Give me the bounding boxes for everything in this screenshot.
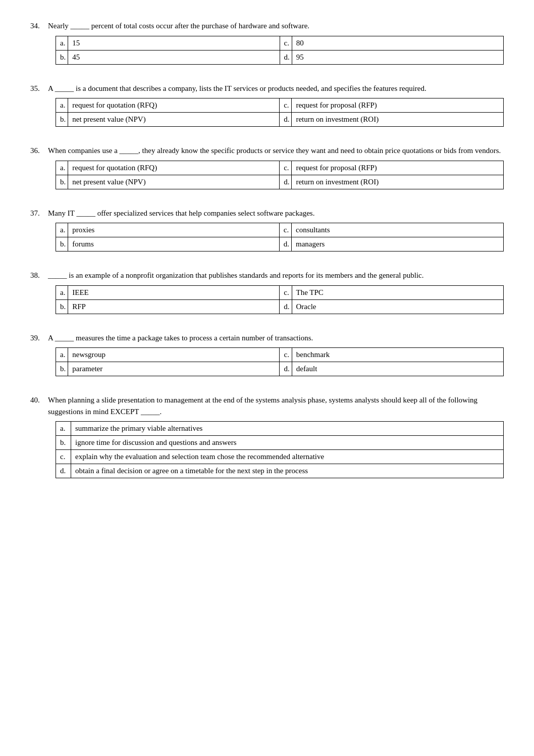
choice-text: 45 bbox=[68, 50, 280, 64]
table-row: a.IEEEc.The TPC bbox=[56, 285, 504, 299]
table-row: b.45d.95 bbox=[56, 50, 504, 64]
table-row: b.forumsd.managers bbox=[56, 237, 504, 251]
choice-text: net present value (NPV) bbox=[68, 175, 280, 189]
choice-text: forums bbox=[68, 237, 279, 251]
question-number: 35. bbox=[30, 83, 48, 94]
choice-label: a. bbox=[56, 161, 68, 175]
choice-text: 15 bbox=[68, 36, 280, 50]
table-row: b.ignore time for discussion and questio… bbox=[56, 436, 504, 450]
choice-label: c. bbox=[280, 36, 292, 50]
table-row: a.summarize the primary viable alternati… bbox=[56, 422, 504, 436]
choice-label: c. bbox=[279, 223, 291, 237]
choices-table-36: a.request for quotation (RFQ)c.request f… bbox=[56, 161, 504, 189]
choice-text: proxies bbox=[68, 223, 279, 237]
table-row: a.request for quotation (RFQ)c.request f… bbox=[56, 98, 504, 113]
choice-text: return on investment (ROI) bbox=[292, 113, 504, 127]
choice-text: default bbox=[292, 362, 503, 376]
question-number: 36. bbox=[30, 145, 48, 157]
question-body: Many IT _____ offer specialized services… bbox=[48, 208, 504, 219]
choices-table-39: a.newsgroupc.benchmarkb.parameterd.defau… bbox=[56, 347, 504, 376]
choice-text: IEEE bbox=[68, 285, 280, 299]
choice-label: b. bbox=[56, 50, 68, 64]
choice-label: d. bbox=[280, 362, 292, 376]
question-text-34: 34.Nearly _____ percent of total costs o… bbox=[30, 20, 504, 32]
choice-text: 80 bbox=[292, 36, 503, 50]
table-row: c.explain why the evaluation and selecti… bbox=[56, 450, 504, 464]
table-row: b.RFPd.Oracle bbox=[56, 299, 504, 314]
question-number: 39. bbox=[30, 332, 48, 344]
choice-label: a. bbox=[56, 36, 68, 50]
question-block-35: 35.A _____ is a document that describes … bbox=[30, 83, 504, 127]
choices-table-34: a.15c.80b.45d.95 bbox=[56, 36, 504, 65]
table-row: b.net present value (NPV)d.return on inv… bbox=[56, 113, 504, 127]
question-text-36: 36.When companies use a _____, they alre… bbox=[30, 145, 504, 157]
choice-label: b. bbox=[56, 362, 68, 376]
choice-text: ignore time for discussion and questions… bbox=[71, 436, 504, 450]
choice-text: request for quotation (RFQ) bbox=[68, 98, 280, 113]
choice-text: benchmark bbox=[292, 348, 503, 362]
question-text-40: 40.When planning a slide presentation to… bbox=[30, 394, 504, 417]
choice-label: d. bbox=[56, 464, 71, 478]
choice-text: request for proposal (RFP) bbox=[292, 98, 504, 113]
table-row: a.request for quotation (RFQ)c.request f… bbox=[56, 161, 504, 175]
question-body: A _____ is a document that describes a c… bbox=[48, 83, 504, 94]
choice-label: c. bbox=[280, 285, 292, 299]
choice-label: a. bbox=[56, 422, 71, 436]
question-body: Nearly _____ percent of total costs occu… bbox=[48, 20, 504, 32]
choice-label: d. bbox=[280, 113, 292, 127]
choices-table-40: a.summarize the primary viable alternati… bbox=[56, 421, 504, 478]
question-text-38: 38._____ is an example of a nonprofit or… bbox=[30, 270, 504, 281]
choice-text: parameter bbox=[68, 362, 280, 376]
question-block-39: 39.A _____ measures the time a package t… bbox=[30, 332, 504, 377]
choice-label: b. bbox=[56, 436, 71, 450]
choice-text: request for quotation (RFQ) bbox=[68, 161, 280, 175]
choice-label: b. bbox=[56, 113, 68, 127]
choice-text: explain why the evaluation and selection… bbox=[71, 450, 504, 464]
choice-text: consultants bbox=[291, 223, 503, 237]
choice-text: summarize the primary viable alternative… bbox=[71, 422, 504, 436]
choice-label: a. bbox=[56, 348, 68, 362]
choice-text: RFP bbox=[68, 299, 280, 314]
table-row: a.15c.80 bbox=[56, 36, 504, 50]
choice-label: c. bbox=[280, 348, 292, 362]
question-block-34: 34.Nearly _____ percent of total costs o… bbox=[30, 20, 504, 65]
table-row: a.proxiesc.consultants bbox=[56, 223, 504, 237]
choice-text: Oracle bbox=[292, 299, 503, 314]
choices-table-35: a.request for quotation (RFQ)c.request f… bbox=[56, 98, 504, 127]
choice-label: c. bbox=[56, 450, 71, 464]
question-block-40: 40.When planning a slide presentation to… bbox=[30, 394, 504, 478]
question-block-38: 38._____ is an example of a nonprofit or… bbox=[30, 270, 504, 314]
question-body: _____ is an example of a nonprofit organ… bbox=[48, 270, 504, 281]
choice-label: a. bbox=[56, 223, 68, 237]
question-text-37: 37.Many IT _____ offer specialized servi… bbox=[30, 208, 504, 219]
question-text-35: 35.A _____ is a document that describes … bbox=[30, 83, 504, 94]
choice-text: net present value (NPV) bbox=[68, 113, 280, 127]
question-number: 37. bbox=[30, 208, 48, 219]
table-row: b.parameterd.default bbox=[56, 362, 504, 376]
table-row: d.obtain a final decision or agree on a … bbox=[56, 464, 504, 478]
choice-label: b. bbox=[56, 299, 68, 314]
question-block-37: 37.Many IT _____ offer specialized servi… bbox=[30, 208, 504, 252]
choice-label: c. bbox=[280, 98, 292, 113]
choice-text: newsgroup bbox=[68, 348, 280, 362]
choice-label: d. bbox=[280, 299, 292, 314]
choice-label: b. bbox=[56, 175, 68, 189]
choice-text: 95 bbox=[292, 50, 503, 64]
choice-label: c. bbox=[280, 161, 292, 175]
choice-text: managers bbox=[291, 237, 503, 251]
question-body: When companies use a _____, they already… bbox=[48, 145, 504, 157]
question-text-39: 39.A _____ measures the time a package t… bbox=[30, 332, 504, 344]
choice-label: a. bbox=[56, 285, 68, 299]
table-row: b.net present value (NPV)d.return on inv… bbox=[56, 175, 504, 189]
choice-label: a. bbox=[56, 98, 68, 113]
question-number: 34. bbox=[30, 20, 48, 32]
choice-label: d. bbox=[280, 50, 292, 64]
choice-text: obtain a final decision or agree on a ti… bbox=[71, 464, 504, 478]
table-row: a.newsgroupc.benchmark bbox=[56, 348, 504, 362]
question-body: A _____ measures the time a package take… bbox=[48, 332, 504, 344]
question-block-36: 36.When companies use a _____, they alre… bbox=[30, 145, 504, 189]
choice-text: return on investment (ROI) bbox=[292, 175, 504, 189]
choice-label: d. bbox=[280, 175, 292, 189]
question-number: 38. bbox=[30, 270, 48, 281]
choice-label: d. bbox=[279, 237, 291, 251]
